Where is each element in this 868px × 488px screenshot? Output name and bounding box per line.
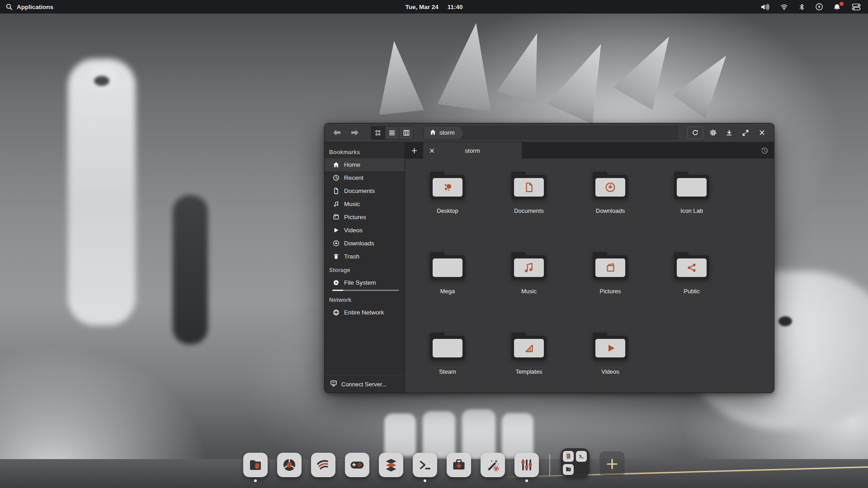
folder-icon (591, 252, 629, 282)
dock-add-app-button[interactable] (599, 451, 625, 477)
mini-sliders-icon (563, 451, 574, 462)
dock-app-drawer[interactable] (561, 448, 590, 477)
wallpaper-spike (672, 44, 742, 119)
sidebar-item-label: File System (344, 279, 376, 286)
toolbar-actions (687, 127, 769, 139)
document-icon (332, 188, 340, 194)
clock-date: Tue, Mar 24 (405, 4, 438, 10)
sidebar-item-file-system[interactable]: File System (325, 276, 405, 289)
folder-label: Downloads (596, 207, 625, 214)
list-view-button[interactable] (385, 127, 399, 139)
refresh-button[interactable] (687, 127, 703, 139)
sidebar-item-pictures[interactable]: Pictures (325, 211, 405, 224)
wallpaper-spike (437, 19, 503, 112)
folder-templates[interactable]: Templates (488, 331, 570, 393)
forward-button[interactable] (348, 126, 362, 140)
sidebar-section-title: Network (325, 293, 405, 306)
dock-sliders-button[interactable] (514, 453, 539, 477)
sidebar-item-label: Downloads (344, 240, 374, 247)
download-icon (332, 240, 340, 247)
sidebar-section-title: Bookmarks (325, 145, 405, 158)
sidebar-item-videos[interactable]: Videos (325, 224, 405, 237)
sidebar-item-entire-network[interactable]: Entire Network (325, 306, 405, 319)
folder-documents[interactable]: Documents (488, 170, 570, 251)
dock-spotify-button[interactable] (311, 453, 335, 477)
add-app-icon (604, 456, 620, 472)
folder-label: Videos (601, 368, 619, 375)
folder-desktop[interactable]: Desktop (407, 170, 488, 251)
power-icon[interactable] (815, 3, 823, 11)
sidebar-item-trash[interactable]: Trash (325, 250, 405, 263)
folder-music[interactable]: Music (488, 251, 570, 331)
home-icon (429, 129, 436, 137)
tab-storm[interactable]: storm (423, 142, 522, 159)
wallpaper-spike (497, 27, 557, 104)
connect-server-button[interactable]: Connect Server... (325, 375, 405, 393)
running-indicator (424, 479, 426, 482)
breadcrumb-home[interactable]: storm (424, 127, 459, 139)
sliders-icon (519, 457, 535, 473)
settings-button[interactable] (706, 127, 720, 139)
file-view: Desktop Documents Downloads Icon Lab Meg… (405, 159, 774, 393)
spotify-icon (315, 457, 331, 473)
back-button[interactable] (330, 126, 344, 140)
folder-label: Music (521, 288, 537, 295)
folder-icon-lab[interactable]: Icon Lab (651, 170, 732, 251)
sidebar-section-title: Storage (325, 263, 405, 276)
sidebar-item-recent[interactable]: Recent (325, 171, 405, 184)
window-toolbar: storm (325, 123, 774, 142)
new-tab-button[interactable] (405, 142, 423, 159)
clock-time: 11:40 (448, 4, 463, 10)
folder-pictures[interactable]: Pictures (570, 251, 651, 331)
dock-terminal-button[interactable] (413, 453, 437, 477)
tab-close-icon[interactable] (429, 142, 435, 159)
disk-usage-bar (332, 290, 399, 291)
folder-downloads[interactable]: Downloads (570, 170, 651, 251)
dock-chrome-button[interactable] (277, 453, 302, 477)
sidebar: BookmarksHomeRecentDocumentsMusicPicture… (325, 142, 405, 393)
folder-mega[interactable]: Mega (407, 251, 488, 331)
icon-view-button[interactable] (371, 127, 385, 139)
home-icon (332, 161, 340, 168)
sidebar-item-label: Entire Network (344, 309, 384, 316)
running-indicator (525, 479, 528, 482)
folder-public[interactable]: Public (651, 251, 732, 331)
folder-icon (591, 171, 629, 202)
quick-settings-icon[interactable] (852, 4, 861, 10)
wifi-icon[interactable] (780, 3, 788, 10)
notifications-icon[interactable] (833, 3, 842, 11)
folder-icon (673, 171, 711, 202)
running-indicator (254, 479, 257, 482)
dock-installer-button[interactable] (447, 453, 471, 477)
clock[interactable]: Tue, Mar 24 11:40 (405, 4, 462, 10)
compact-view-button[interactable] (399, 127, 413, 139)
volume-icon[interactable] (760, 3, 770, 11)
notification-badge (840, 2, 844, 6)
top-panel: Applications Tue, Mar 24 11:40 (0, 0, 868, 14)
dock-layers-button[interactable] (379, 453, 403, 477)
tab-bar: storm (405, 142, 774, 159)
tab-label: storm (465, 147, 480, 154)
search-icon (5, 3, 13, 10)
history-button[interactable] (755, 142, 774, 159)
folder-videos[interactable]: Videos (570, 331, 651, 393)
fullscreen-button[interactable] (739, 127, 752, 139)
desktop: Applications Tue, Mar 24 11:40 storm (0, 0, 868, 488)
path-bar[interactable]: storm (424, 126, 678, 140)
sidebar-item-music[interactable]: Music (325, 197, 405, 211)
sidebar-item-documents[interactable]: Documents (325, 184, 405, 197)
sidebar-item-home[interactable]: Home (325, 158, 405, 171)
folder-label: Templates (515, 368, 542, 375)
sidebar-item-downloads[interactable]: Downloads (325, 237, 405, 250)
connect-server-label: Connect Server... (341, 381, 387, 388)
close-window-button[interactable] (755, 127, 769, 139)
applications-menu[interactable]: Applications (0, 3, 53, 10)
download-button[interactable] (722, 127, 736, 139)
bluetooth-icon[interactable] (798, 3, 805, 11)
dock-files-button[interactable] (243, 453, 268, 477)
folder-label: Desktop (437, 207, 458, 214)
dock-tweaks-button[interactable] (481, 453, 505, 477)
dock-games-button[interactable] (345, 453, 369, 477)
folder-steam[interactable]: Steam (407, 331, 488, 393)
folder-icon (673, 252, 711, 282)
